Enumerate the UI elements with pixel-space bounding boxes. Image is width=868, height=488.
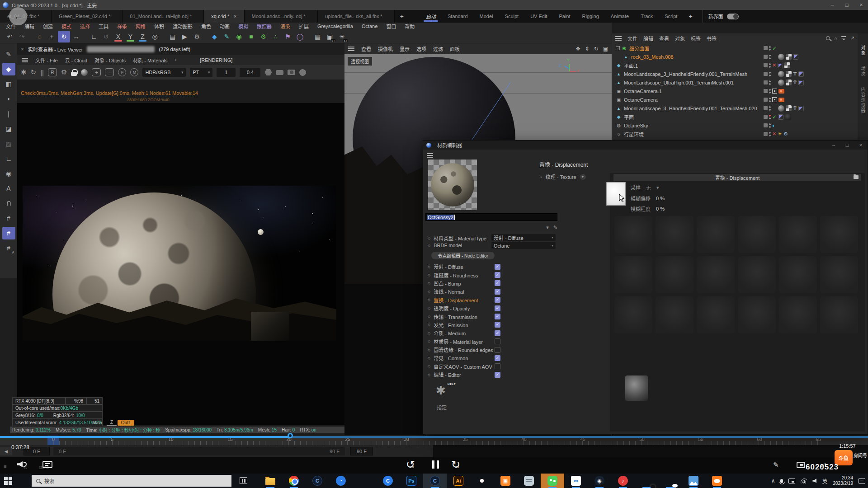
forward-30-button[interactable]: ↻30: [451, 459, 463, 471]
screen-recorder[interactable]: [470, 474, 494, 488]
menu-item[interactable]: 模式: [61, 23, 71, 30]
add-document-tab-button[interactable]: +: [395, 10, 409, 23]
object-manager-menu-item[interactable]: 对象: [675, 35, 685, 42]
channel-checkbox[interactable]: [495, 338, 500, 344]
object-label[interactable]: MoonLandscape_3_HandheldFriendly.001_Ter…: [624, 106, 757, 111]
menu-item[interactable]: Octane: [362, 23, 377, 29]
undo-button[interactable]: ↶: [4, 31, 16, 42]
viewport-menu-item[interactable]: 查看: [361, 45, 371, 52]
layout-tab[interactable]: Script: [659, 10, 683, 23]
menu-item[interactable]: 选择: [80, 23, 90, 30]
table-row[interactable]: MoonLandscape_UltraHigh.001_TerrainMesh.…: [612, 78, 868, 87]
chevron-down-icon[interactable]: ▾: [580, 174, 586, 180]
infinity-app[interactable]: ∞: [564, 474, 588, 488]
menu-item[interactable]: 帮助: [405, 23, 415, 30]
channel-checkbox[interactable]: [495, 322, 500, 328]
kernel-select[interactable]: PT ▾: [190, 68, 212, 77]
render-settings-button[interactable]: ⚙: [191, 31, 203, 42]
tray-expand-icon[interactable]: ∧: [771, 478, 775, 484]
stage-light-button[interactable]: ☀ ST: [336, 31, 348, 42]
add-mograph-button[interactable]: ∴: [269, 31, 282, 42]
add-region-button[interactable]: +: [92, 68, 101, 76]
octane-logo-icon[interactable]: ✱: [21, 68, 27, 76]
enable-axis-button[interactable]: ∟: [2, 152, 15, 165]
hamburger-menu-icon[interactable]: [615, 36, 622, 41]
object-label[interactable]: rock_03_Mesh.008: [631, 54, 674, 60]
toolbar-separator[interactable]: [306, 31, 311, 42]
auto-switch-button[interactable]: A: [2, 182, 15, 195]
move-tool[interactable]: +: [46, 31, 58, 42]
chat-app[interactable]: [517, 474, 541, 488]
camera-icon[interactable]: [288, 70, 295, 75]
layout-tab[interactable]: Track: [635, 10, 659, 23]
c-browser[interactable]: C: [376, 474, 400, 488]
channel-checkbox[interactable]: [495, 330, 500, 336]
channel-checkbox[interactable]: [495, 363, 500, 369]
rename-pencil-icon[interactable]: ✎: [553, 225, 557, 230]
menu-item[interactable]: 扩展: [299, 23, 309, 30]
hexagon-icon[interactable]: [264, 69, 272, 75]
octane-help-logo[interactable]: ✱ HELP: [436, 384, 454, 399]
render-view-button[interactable]: ▤: [166, 31, 179, 42]
document-tab[interactable]: xq.c4d * ×: [204, 10, 244, 23]
circle-icon[interactable]: [299, 69, 306, 76]
pan-view-icon[interactable]: ✥: [576, 46, 580, 52]
live-viewer-menu-item[interactable]: 云 - Cloud: [65, 56, 88, 64]
home-icon[interactable]: ⌂: [834, 36, 837, 41]
close-icon[interactable]: ×: [854, 0, 868, 10]
layout-tab[interactable]: Paint: [553, 10, 576, 23]
layout-tab[interactable]: UV Edit: [524, 10, 553, 23]
object-label[interactable]: MoonLandscape_3_HandheldFriendly.001_Ter…: [624, 71, 747, 77]
layout-tab[interactable]: Animate: [605, 10, 635, 23]
menu-item[interactable]: 工具: [99, 23, 108, 30]
menu-item[interactable]: 样条: [117, 23, 127, 30]
search-input[interactable]: 搜索: [32, 475, 231, 487]
channel-row[interactable]: ◇ 自定义AOV - Custom AOV: [428, 362, 559, 371]
object-label[interactable]: 细分曲面: [629, 45, 649, 52]
mini-player-icon[interactable]: [797, 462, 805, 468]
maximize-view-icon[interactable]: ▣: [603, 46, 608, 52]
z-axis-lock[interactable]: Z: [137, 31, 149, 42]
toolbar-separator[interactable]: [203, 31, 208, 42]
orange-app[interactable]: ▣: [494, 474, 517, 488]
manager-side-tab[interactable]: 对象: [859, 45, 866, 56]
chrome[interactable]: [282, 474, 306, 488]
channel-row[interactable]: ◇ 法线 - Normal: [428, 287, 559, 296]
menu-item[interactable]: 动画: [220, 23, 230, 30]
viewport-solo-button[interactable]: ◉: [2, 167, 15, 180]
add-spline-button[interactable]: ✎: [221, 31, 233, 42]
danmaku-icon[interactable]: [42, 461, 52, 468]
document-tab[interactable]: Green_Plenet_02.c4d *: [52, 10, 123, 23]
back-arrow-overlay-icon[interactable]: ←: [9, 7, 27, 25]
input-language[interactable]: 英: [822, 477, 827, 485]
channel-row[interactable]: ◇ 置换 - Displacement: [428, 296, 559, 304]
volume-icon[interactable]: [17, 461, 27, 467]
menu-item[interactable]: 体积: [154, 23, 164, 30]
channel-row[interactable]: ◇ 透明度 - Opacity: [428, 304, 559, 312]
pause-render-button[interactable]: ||: [40, 69, 44, 76]
channel-row[interactable]: ◇ 编辑 - Editor: [428, 371, 559, 379]
start-button[interactable]: [4, 477, 12, 485]
menu-item[interactable]: 跟踪器: [257, 23, 272, 30]
table-row[interactable]: 平面.1: [612, 61, 868, 70]
expander-icon[interactable]: −: [616, 46, 620, 50]
add-volume-button[interactable]: ■: [245, 31, 257, 42]
channel-row[interactable]: ◇ 传输 - Transmission: [428, 312, 559, 320]
brdf-select[interactable]: Octane ▾: [491, 242, 556, 249]
table-row[interactable]: OctaneSky: [612, 121, 868, 130]
menu-item[interactable]: 模拟: [238, 23, 248, 30]
tab-close-icon[interactable]: ×: [234, 14, 236, 19]
menu-item[interactable]: 角色: [201, 23, 211, 30]
microphone-icon[interactable]: [780, 479, 783, 483]
buffer-tab[interactable]: Out1: [118, 420, 135, 426]
preview-range-track[interactable]: 0 F 90 F: [53, 447, 345, 455]
channel-row[interactable]: ◇ 常见 - Common: [428, 354, 559, 362]
object-manager-menu-item[interactable]: 编辑: [643, 35, 653, 42]
layout-tab[interactable]: Sculpt: [499, 10, 525, 23]
minimize-icon[interactable]: –: [826, 0, 839, 10]
blur-offset-value[interactable]: 0 %: [656, 196, 665, 201]
channel-row[interactable]: ◇ 介质 - Medium: [428, 329, 559, 337]
blender[interactable]: [658, 474, 682, 488]
close-icon[interactable]: ×: [854, 141, 868, 150]
add-layout-button[interactable]: +: [683, 10, 698, 23]
